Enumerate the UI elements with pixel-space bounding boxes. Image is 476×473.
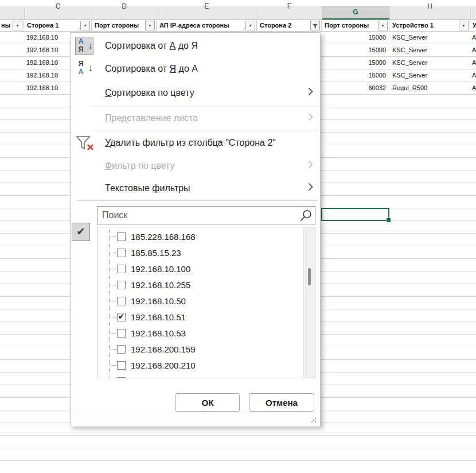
cell-storona1[interactable]: 192.168.10	[26, 57, 70, 69]
cell-partial-right[interactable]: А	[472, 57, 476, 69]
header-cell-storona2-filtered[interactable]: Сторона 2	[257, 20, 322, 32]
header-cell-partial-right[interactable]: У	[470, 20, 476, 32]
cell-partial-right[interactable]: А	[472, 82, 476, 94]
header-cell-ustroystvo1[interactable]: Устройство 1 ▾	[389, 20, 470, 32]
menu-item-sort-by-color[interactable]: Сортировка по цвету	[71, 82, 320, 104]
menu-item-text-filters[interactable]: Текстовые фильтры	[71, 177, 320, 199]
cell-port[interactable]: 15000	[324, 69, 386, 82]
check-icon: ✔	[76, 226, 85, 238]
menu-label: Представление листа	[105, 113, 198, 123]
header-cell-port-storony-g[interactable]: Порт стороны ▾	[322, 20, 389, 32]
checkbox[interactable]	[117, 361, 126, 370]
cancel-button[interactable]: Отмена	[249, 393, 314, 412]
chevron-down-icon: ▾	[381, 23, 384, 28]
header-cell-storona1[interactable]: Сторона 1 ▾	[24, 20, 92, 32]
checkbox[interactable]	[117, 345, 126, 354]
header-label: У	[473, 22, 476, 29]
chevron-down-icon: ▾	[462, 23, 465, 28]
search-icon	[299, 209, 313, 225]
header-label: Порт стороны	[95, 22, 139, 29]
filter-dropdown-button[interactable]: ▾	[145, 21, 155, 30]
cell-port[interactable]: 15000	[324, 44, 386, 56]
menu-item-filter-by-color-disabled: Фильтр по цвету	[71, 154, 320, 177]
menu-label: Сортировка по цвету	[105, 88, 194, 98]
list-item[interactable]: 192.168.200.210	[97, 358, 303, 374]
column-letter-h[interactable]: H	[389, 0, 470, 13]
cell-partial-right[interactable]: А	[472, 69, 476, 82]
column-letter-d[interactable]: D	[92, 0, 157, 13]
menu-label: Сортировка от Я до А	[105, 64, 198, 73]
panel-footer	[71, 413, 320, 427]
resize-grip[interactable]	[311, 417, 317, 423]
chevron-down-icon: ▾	[249, 23, 251, 28]
list-item[interactable]: 192.168.10.53	[97, 325, 303, 342]
menu-label: Текстовые фильтры	[105, 183, 190, 193]
scrollbar-track[interactable]	[303, 227, 315, 378]
cell-port[interactable]: 15000	[324, 57, 386, 69]
menu-label: Сортировка от А до Я	[105, 41, 198, 51]
cell-port[interactable]: 60032	[324, 82, 386, 94]
checkbox-checked[interactable]: ✔	[117, 313, 126, 321]
checkbox[interactable]	[117, 377, 126, 378]
menu-item-sort-za[interactable]: Я А ↓ Сортировка от Я до А	[71, 58, 320, 80]
active-cell-selection[interactable]	[321, 208, 389, 221]
filter-funnel-button[interactable]	[310, 21, 320, 30]
cell-storona1[interactable]: 192.168.10	[26, 32, 70, 44]
cell-device[interactable]: KSC_Server	[392, 44, 468, 56]
submenu-arrow-icon	[308, 177, 313, 199]
filter-dropdown-button[interactable]: ▾	[245, 21, 255, 30]
checkbox[interactable]	[117, 232, 126, 241]
header-cell-ap-ip-adresa[interactable]: АП IP-адреса стороны ▾	[157, 20, 257, 32]
column-letter-c[interactable]: C	[24, 0, 92, 13]
cell-device[interactable]: KSC_Server	[392, 57, 468, 69]
scrollbar-thumb[interactable]	[308, 268, 311, 285]
search-input[interactable]	[97, 207, 315, 224]
filter-dropdown-button[interactable]: ▾	[378, 21, 388, 30]
cell-device[interactable]: KSC_Server	[392, 69, 468, 82]
header-label: АП IP-адреса стороны	[159, 22, 229, 29]
checkbox[interactable]	[117, 329, 126, 338]
fill-handle[interactable]	[386, 218, 391, 223]
checkbox[interactable]	[117, 249, 126, 257]
cell-storona1[interactable]: 192.168.10	[26, 44, 70, 56]
cell-partial-right[interactable]: А	[472, 32, 476, 44]
checkbox[interactable]	[117, 265, 126, 273]
list-item[interactable]: 192.168.10.100	[97, 261, 303, 277]
menu-item-sheet-view-disabled: Представление листа	[71, 107, 320, 129]
header-cell-partial-left[interactable]: ны ▾	[0, 20, 24, 32]
list-item[interactable]: 185.228.168.168	[97, 229, 303, 245]
floating-checkbox-checked[interactable]: ✔	[72, 223, 90, 241]
checkbox[interactable]	[117, 297, 126, 305]
filter-dropdown-button[interactable]: ▾	[80, 21, 90, 30]
list-item[interactable]: 192.168.10.255	[97, 277, 303, 293]
funnel-icon	[312, 23, 318, 29]
menu-item-clear-filter[interactable]: Удалить фильтр из столбца "Сторона 2"	[71, 131, 320, 154]
header-label: Сторона 2	[260, 22, 291, 29]
cell-device[interactable]: Regul_R500	[392, 82, 468, 94]
header-label: Устройство 1	[392, 22, 434, 29]
cell-partial-right[interactable]: А	[472, 44, 476, 56]
cell-storona1[interactable]: 192.168.10	[26, 82, 70, 94]
menu-item-sort-az[interactable]: А Я ↓ Сортировка от А до Я	[71, 35, 320, 57]
list-item-partial[interactable]	[97, 374, 303, 378]
header-label: Сторона 1	[27, 22, 58, 29]
column-letter-e[interactable]: E	[157, 0, 257, 13]
header-label: ны	[1, 22, 10, 29]
column-letter-f[interactable]: F	[257, 0, 322, 13]
cell-device[interactable]: KSC_Server	[392, 32, 468, 44]
ok-button[interactable]: ОК	[175, 393, 240, 412]
filter-dropdown-button[interactable]: ▾	[459, 21, 469, 30]
menu-separator	[91, 130, 318, 130]
column-letter-g-active[interactable]: G	[322, 6, 389, 20]
list-item[interactable]: 192.168.200.159	[97, 342, 303, 358]
cell-storona1[interactable]: 192.168.10	[26, 69, 70, 82]
list-item[interactable]: 192.168.10.50	[97, 293, 303, 309]
checkbox[interactable]	[117, 281, 126, 289]
header-cell-port-storony-d[interactable]: Порт стороны ▾	[92, 20, 157, 32]
filter-dropdown-button[interactable]: ▾	[13, 21, 22, 30]
list-item[interactable]: 185.85.15.23	[97, 245, 303, 261]
list-item[interactable]: ✔192.168.10.51	[97, 309, 303, 325]
cell-port[interactable]: 15000	[324, 32, 386, 44]
menu-separator	[76, 200, 318, 201]
submenu-arrow-icon	[308, 107, 313, 129]
